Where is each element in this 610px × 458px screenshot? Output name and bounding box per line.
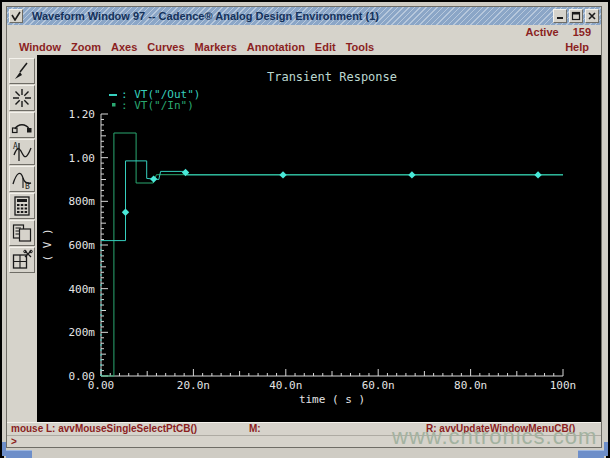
starburst-icon [10,86,34,110]
minimize-button[interactable] [553,9,567,23]
menu-item-axes[interactable]: Axes [111,41,137,53]
svg-text:1.00: 1.00 [69,152,96,165]
title-bar[interactable]: Waveform Window 97 -- Cadence® Analog De… [7,7,601,25]
legend-sample [109,94,117,96]
waveform-plot-area[interactable]: 0.0020.0n40.0n60.0n80.0n100n0.00200m400m… [37,55,601,422]
data-point-marker[interactable] [408,171,415,178]
brush-tool-button[interactable] [9,58,35,84]
close-icon [587,11,597,21]
svg-text:B: B [25,182,30,191]
data-point-marker[interactable] [122,209,129,216]
svg-text:400m: 400m [69,283,96,296]
horizontal-marker-tool-button[interactable]: B [9,166,35,192]
maximize-button[interactable] [569,9,583,23]
menu-item-markers[interactable]: Markers [195,41,237,53]
svg-text:0.00: 0.00 [69,370,96,383]
cut-window-tool-button[interactable] [9,247,35,273]
window-frame: Waveform Window 97 -- Cadence® Analog De… [2,2,608,456]
resize-handle-bottom-right[interactable] [578,450,604,458]
menu-item-zoom[interactable]: Zoom [71,41,101,53]
tool-palette: A B [7,55,37,422]
prompt-symbol: > [11,436,17,447]
minimize-icon [555,11,565,21]
maximize-icon [571,11,581,21]
resize-handle-left-edge[interactable] [2,442,6,456]
main-area: A B [7,55,601,422]
window-title: Waveform Window 97 -- Cadence® Analog De… [32,10,552,22]
chart-title: Transient Response [267,70,397,84]
data-point-marker[interactable] [534,171,541,178]
svg-text:1.20: 1.20 [69,108,96,121]
brush-icon [10,59,34,83]
cut-window-icon [10,248,34,272]
copy-window-tool-button[interactable] [9,220,35,246]
data-point-marker[interactable] [279,171,286,178]
menu-item-tools[interactable]: Tools [346,41,375,53]
menu-item-help[interactable]: Help [565,38,589,55]
menu-item-annotation[interactable]: Annotation [247,41,305,53]
active-status-row: Active 159 [7,25,601,38]
svg-text:80.0n: 80.0n [454,379,487,392]
x-axis-label: time ( s ) [299,393,365,406]
trace-VT("/In")[interactable] [101,133,563,376]
zoom-fit-tool-button[interactable] [9,85,35,111]
trace-VT("/Out")[interactable] [101,161,563,241]
legend-sample [112,103,116,107]
mouse-binding-middle: M: [249,423,261,434]
menu-bar: WindowZoomAxesCurvesMarkersAnnotationEdi… [7,38,601,55]
mouse-binding-left: mouse L: avvMouseSingleSelectPtCB() [11,423,197,434]
svg-text:60.0n: 60.0n [362,379,395,392]
svg-text:800m: 800m [69,195,96,208]
vertical-marker-tool-button[interactable]: A [9,139,35,165]
calculator-tool-button[interactable] [9,193,35,219]
window-inner: Waveform Window 97 -- Cadence® Analog De… [6,6,602,448]
svg-text:100n: 100n [550,379,577,392]
menu-item-edit[interactable]: Edit [315,41,336,53]
window-menu-button[interactable] [9,9,23,23]
curve-tool-button[interactable] [9,112,35,138]
calculator-icon [10,194,34,218]
resize-handle-right-edge[interactable] [604,442,608,456]
y-axis-label: ( V ) [41,228,54,261]
close-button[interactable] [585,9,599,23]
watermark: www.cntronics.com [392,424,597,450]
arc-endpoints-icon [10,113,34,137]
svg-text:40.0n: 40.0n [269,379,302,392]
window-menu-check-icon [11,11,21,21]
plot-svg: 0.0020.0n40.0n60.0n80.0n100n0.00200m400m… [37,55,601,422]
menu-item-window[interactable]: Window [19,41,61,53]
legend-entry[interactable]: : VT("/In") [121,99,194,112]
copy-pages-icon [10,221,34,245]
svg-text:600m: 600m [69,239,96,252]
svg-text:20.0n: 20.0n [177,379,210,392]
svg-text:200m: 200m [69,326,96,339]
menu-item-curves[interactable]: Curves [147,41,184,53]
active-count: 159 [573,26,591,38]
bottom-frame [4,450,606,458]
vertical-marker-icon: A [10,140,34,164]
active-label: Active [526,26,559,38]
horizontal-marker-icon: B [10,167,34,191]
resize-handle-bottom-left[interactable] [6,450,32,458]
waveform-window: Waveform Window 97 -- Cadence® Analog De… [0,0,610,458]
